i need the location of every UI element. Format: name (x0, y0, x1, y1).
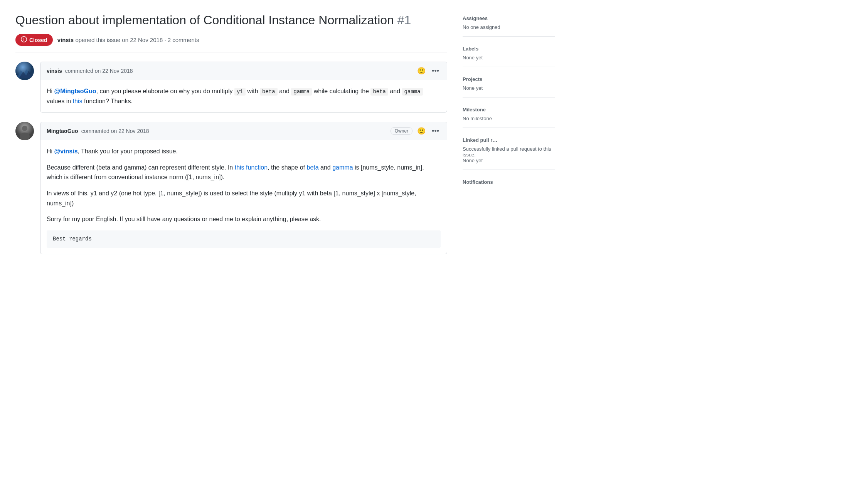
issue-author[interactable]: vinsis (57, 37, 74, 43)
labels-label: Labels (463, 46, 555, 52)
comment-box-2: MingtaoGuo commented on 22 Nov 2018 Owne… (40, 122, 447, 254)
status-label: Closed (29, 37, 47, 43)
sidebar-projects: Projects None yet (463, 76, 555, 97)
linked-pr-value: Successfully linked a pull request to th… (463, 146, 555, 158)
assignees-value: No one assigned (463, 24, 555, 30)
comment-wrapper-1: vinsis commented on 22 Nov 2018 🙂 ••• Hi… (15, 62, 447, 113)
milestone-label: Milestone (463, 107, 555, 113)
svg-point-5 (20, 133, 30, 140)
code-beta: beta (260, 88, 278, 96)
sidebar-linked-pr: Linked pull r… Successfully linked a pul… (463, 137, 555, 170)
sidebar: Assignees No one assigned Labels None ye… (463, 12, 555, 254)
owner-badge: Owner (391, 127, 412, 135)
comment-date-1: commented on 22 Nov 2018 (65, 68, 133, 74)
page-layout: Question about implementation of Conditi… (15, 12, 555, 254)
issue-title-text: Question about implementation of Conditi… (15, 13, 394, 27)
comment-para-4: Sorry for my poor English. If you still … (47, 214, 441, 224)
issue-meta: Closed vinsis opened this issue on 22 No… (15, 34, 447, 52)
comment-header-2: MingtaoGuo commented on 22 Nov 2018 Owne… (40, 122, 447, 140)
sidebar-notifications: Notifications (463, 179, 555, 194)
comment-header-left-1: vinsis commented on 22 Nov 2018 (47, 68, 133, 74)
issue-number: #1 (397, 13, 411, 27)
comment-date-2: commented on 22 Nov 2018 (81, 128, 149, 134)
issue-opened-text: opened this issue on 22 Nov 2018 (75, 37, 163, 43)
comment-box-1: vinsis commented on 22 Nov 2018 🙂 ••• Hi… (40, 62, 447, 113)
labels-value: None yet (463, 55, 555, 60)
emoji-button-1[interactable]: 🙂 (416, 66, 427, 76)
linked-pr-label: Linked pull r… (463, 137, 555, 143)
sidebar-milestone: Milestone No milestone (463, 107, 555, 128)
status-badge: Closed (15, 34, 53, 46)
milestone-value: No milestone (463, 116, 555, 121)
emoji-button-2[interactable]: 🙂 (416, 126, 427, 136)
avatar-mingtao (15, 122, 34, 140)
avatar-vinsis (15, 62, 34, 80)
projects-label: Projects (463, 76, 555, 82)
this-link-1[interactable]: this (73, 98, 82, 104)
comment-para-2: Because different (beta and gamma) can r… (47, 163, 441, 182)
svg-point-4 (22, 126, 27, 131)
comments-section: vinsis commented on 22 Nov 2018 🙂 ••• Hi… (15, 62, 447, 254)
issue-comments-count: 2 comments (168, 37, 199, 43)
comment-text-1: Hi @MingtaoGuo, can you please elaborate… (47, 86, 441, 106)
gamma-link[interactable]: gamma (332, 164, 353, 171)
comment-header-right-2: Owner 🙂 ••• (391, 126, 441, 136)
code-gamma: gamma (291, 88, 312, 96)
issue-title: Question about implementation of Conditi… (15, 12, 447, 28)
commenter-1[interactable]: vinsis (47, 68, 62, 74)
mention-mingtao[interactable]: @MingtaoGuo (54, 88, 96, 94)
more-button-1[interactable]: ••• (430, 66, 441, 76)
comment-para-3: In views of this, y1 and y2 (one hot typ… (47, 188, 441, 208)
comment-para-1: Hi @vinsis, Thank you for your proposed … (47, 146, 441, 156)
code-y1: y1 (234, 88, 246, 96)
comment-body-2: Hi @vinsis, Thank you for your proposed … (40, 140, 447, 254)
notifications-label: Notifications (463, 179, 555, 185)
best-regards-block: Best regards (47, 230, 441, 248)
comment-header-1: vinsis commented on 22 Nov 2018 🙂 ••• (40, 62, 447, 80)
more-button-2[interactable]: ••• (430, 126, 441, 136)
projects-value: None yet (463, 85, 555, 91)
this-function-link[interactable]: this function (235, 164, 268, 171)
main-content: Question about implementation of Conditi… (15, 12, 447, 254)
sidebar-assignees: Assignees No one assigned (463, 15, 555, 37)
closed-icon (21, 36, 27, 44)
issue-meta-text: vinsis opened this issue on 22 Nov 2018 … (57, 37, 199, 43)
beta-link[interactable]: beta (306, 164, 318, 171)
comment-wrapper-2: MingtaoGuo commented on 22 Nov 2018 Owne… (15, 122, 447, 254)
code-beta-2: beta (370, 88, 388, 96)
assignees-label: Assignees (463, 15, 555, 21)
linked-pr-none: None yet (463, 158, 555, 163)
comment-body-1: Hi @MingtaoGuo, can you please elaborate… (40, 80, 447, 112)
comment-header-right-1: 🙂 ••• (416, 66, 441, 76)
sidebar-labels: Labels None yet (463, 46, 555, 67)
comment-header-left-2: MingtaoGuo commented on 22 Nov 2018 (47, 128, 149, 134)
commenter-2[interactable]: MingtaoGuo (47, 128, 78, 134)
mention-vinsis[interactable]: @vinsis (54, 148, 78, 155)
code-gamma-2: gamma (402, 88, 423, 96)
